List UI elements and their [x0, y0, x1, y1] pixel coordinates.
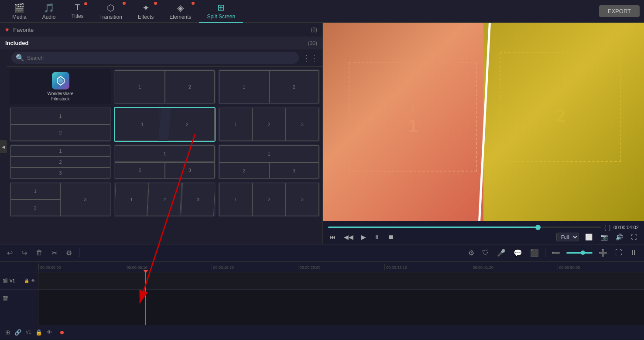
media-icon: 🎬	[14, 3, 25, 13]
track-lock-button[interactable]: 🔒	[35, 329, 42, 336]
drop-label-1: 1	[408, 116, 418, 137]
lock-icon[interactable]: 🔒	[24, 278, 29, 283]
search-bar: 🔍 ⋮⋮	[7, 49, 322, 67]
crop-button[interactable]: ⬛	[528, 247, 541, 259]
layout-preview-2col: 1 2	[115, 70, 215, 103]
zoom-slider[interactable]	[566, 252, 593, 254]
split-templates-grid: WondershareFilmstock 1 2 1 2	[7, 67, 322, 220]
delete-button[interactable]: 🗑	[34, 247, 45, 258]
cell-1: 1	[10, 108, 110, 124]
progress-bar-container: { } 00:00:04:02	[328, 224, 639, 231]
search-input[interactable]	[27, 55, 295, 61]
template-1top-2bottom[interactable]: 1 2 3	[114, 144, 216, 179]
timeline-bottom-bar: ⊞ 🔗 V1 🔒 👁	[0, 325, 644, 340]
tracks-content	[38, 272, 644, 325]
rewind-button[interactable]: ◀◀	[342, 233, 355, 241]
pause-button[interactable]: ⏸	[372, 233, 382, 241]
drop-number-1: ↓	[409, 97, 417, 116]
redo-button[interactable]: ↪	[20, 247, 29, 259]
playhead-indicator	[60, 331, 64, 334]
cell-3: 3	[165, 162, 215, 179]
ruler-mark-0: 00:00:00:00	[38, 264, 125, 270]
voice-button[interactable]: 🎤	[495, 247, 507, 259]
cell-3: 3	[60, 183, 111, 216]
grid-view-icon[interactable]: ⋮⋮	[302, 53, 318, 63]
titles-icon: T	[75, 3, 80, 12]
export-button[interactable]: EXPORT	[599, 5, 640, 17]
cut-button[interactable]: ✂	[50, 247, 59, 259]
drop-zone-1[interactable]: ↓ 1	[349, 62, 477, 172]
settings-button[interactable]: ⚙	[64, 247, 74, 259]
nav-audio[interactable]: 🎵 Audio	[34, 0, 64, 23]
play-button[interactable]: ▶	[360, 233, 368, 241]
included-filter[interactable]: Included (30)	[0, 37, 322, 49]
nav-elements-label: Elements	[169, 14, 191, 20]
stop-button[interactable]: ⏹	[386, 233, 396, 241]
nav-splitscreen[interactable]: ⊞ Split Screen	[199, 0, 243, 23]
track-visible-button[interactable]: 👁	[47, 329, 52, 336]
video-track-1-row	[38, 272, 644, 290]
layout-3col-diag: 1 2 3	[115, 183, 215, 216]
cell-1: 1	[115, 145, 215, 162]
fit-button[interactable]: ⛶	[613, 247, 624, 258]
video-icon-2: 🎬	[3, 296, 8, 301]
link-tracks-button[interactable]: 🔗	[14, 329, 21, 336]
layout-1t-2b: 1 2 3	[115, 145, 215, 179]
template-2top-1bottom[interactable]: 1 2 3	[218, 144, 320, 179]
undo-button[interactable]: ↩	[5, 247, 14, 259]
collapse-timeline-button[interactable]: ⏸	[628, 247, 639, 258]
playhead[interactable]	[145, 272, 146, 325]
template-2row[interactable]: 1 2	[10, 107, 111, 142]
template-2col-b[interactable]: 1 2	[218, 69, 320, 104]
layout-preview-diagonal: 1 2	[115, 108, 215, 141]
template-3col-b[interactable]: 1 2 3	[218, 182, 320, 217]
subtitle-button[interactable]: 💬	[512, 247, 524, 259]
top-row: 1	[115, 145, 215, 162]
included-label: Included	[5, 40, 28, 46]
color-grade-button[interactable]: ⚙	[466, 247, 476, 259]
video-track-icon: 🎬	[3, 278, 8, 283]
zoom-out-button[interactable]: ➖	[550, 247, 562, 259]
fullscreen-button[interactable]: ⛶	[629, 233, 639, 241]
favorite-count: (0)	[311, 27, 317, 33]
screenshot-button[interactable]: 📷	[599, 233, 610, 241]
template-3row[interactable]: 1 2 3	[10, 144, 111, 179]
zoom-in-button[interactable]: ➕	[597, 247, 609, 259]
screen-mode-button[interactable]: ⬜	[583, 233, 594, 241]
volume-button[interactable]: 🔊	[614, 233, 625, 241]
top-navigation: 🎬 Media 🎵 Audio T Titles ⬡ Transition ✦ …	[0, 0, 644, 23]
nav-effects[interactable]: ✦ Effects	[130, 0, 161, 23]
mask-button[interactable]: 🛡	[480, 247, 491, 258]
cell-1: 1	[114, 183, 149, 216]
eye-icon[interactable]: 👁	[31, 278, 35, 283]
template-mixed-a[interactable]: 1 2 3	[10, 182, 111, 217]
quality-select[interactable]: Full 1/2 1/4	[556, 233, 579, 241]
template-3col-a[interactable]: 1 2 3	[218, 107, 320, 142]
layout-mixed-a: 1 2 3	[10, 183, 110, 216]
cell-2: 2	[165, 70, 215, 103]
ruler-mark-6: 00:00:50:00	[558, 264, 644, 270]
collapse-panel-button[interactable]: ◀	[0, 140, 7, 153]
drop-arrow-2: ↓	[557, 87, 565, 106]
nav-effects-label: Effects	[138, 14, 154, 20]
favorite-label: Favorite	[13, 27, 34, 33]
toolbar-separator	[79, 248, 79, 257]
nav-transition[interactable]: ⬡ Transition	[92, 0, 130, 23]
template-2col-a[interactable]: 1 2	[114, 69, 216, 104]
cell-3: 3	[269, 162, 319, 179]
prev-frame-button[interactable]: ⏮	[328, 233, 338, 241]
nav-titles[interactable]: T Titles	[63, 0, 91, 22]
cell-1: 1	[10, 183, 60, 199]
progress-bar[interactable]	[328, 227, 601, 228]
drop-zone-2[interactable]: ↓ 2	[500, 52, 622, 161]
add-track-button[interactable]: ⊞	[5, 329, 10, 336]
video-track-2-row	[38, 290, 644, 307]
player-controls: { } 00:00:04:02 ⏮ ◀◀ ▶ ⏸ ⏹ Full 1/2 1/4 …	[323, 221, 644, 244]
nav-elements[interactable]: ◈ Elements	[161, 0, 199, 23]
nav-media[interactable]: 🎬 Media	[4, 0, 34, 23]
filmstock-card[interactable]: WondershareFilmstock	[10, 69, 111, 104]
cell-1: 1	[10, 145, 110, 156]
template-3col-diag[interactable]: 1 2 3	[114, 182, 216, 217]
template-2col-diagonal[interactable]: 1 2	[114, 107, 216, 142]
effects-icon: ✦	[142, 3, 150, 13]
